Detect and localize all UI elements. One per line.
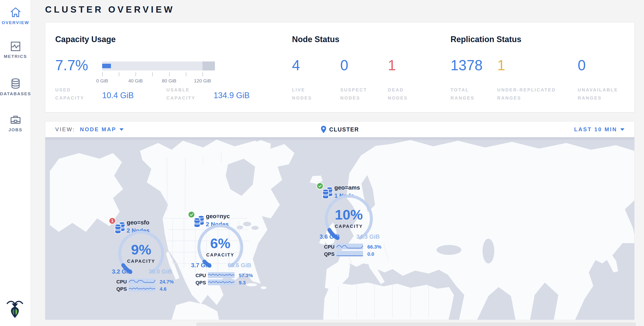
view-label: VIEW: (55, 126, 75, 133)
sidebar-item-jobs[interactable]: JOBS (0, 114, 31, 132)
stat-label: LIVENODES (292, 86, 312, 102)
axis-tick (202, 72, 203, 76)
dead-node-badge: 1 (109, 217, 116, 224)
sidebar: OVERVIEW METRICS DATABASES JOBS (0, 0, 31, 326)
cpu-value: 66.3% (367, 244, 381, 250)
axis-tick (152, 72, 153, 76)
capacity-stat-value: 134.9 GiB (214, 91, 250, 100)
chevron-down-icon (120, 128, 124, 131)
locality-capacity-percent: 10% (322, 207, 376, 223)
cpu-value: 24.7% (160, 279, 174, 285)
locality-name: geo=nyc (206, 213, 230, 220)
map-locality-nyc[interactable]: geo=nyc 2 Nodes 6% CAPACITY 3.7 GiB 65.6… (193, 187, 247, 289)
stat-value: 1 (388, 58, 396, 72)
axis-tick (136, 72, 136, 76)
axis-tick (186, 72, 186, 76)
capacity-stat-value: 10.4 GiB (102, 91, 134, 100)
cpu-label: CPU (196, 273, 206, 279)
locality-used-capacity: 3.7 GiB (191, 262, 211, 269)
time-range-dropdown[interactable]: LAST 10 MIN (574, 122, 624, 137)
qps-label: QPS (196, 280, 206, 286)
sidebar-item-databases[interactable]: DATABASES (0, 78, 31, 96)
location-pin-icon (321, 125, 326, 134)
sidebar-item-overview[interactable]: OVERVIEW (0, 7, 31, 25)
healthy-check-icon (188, 211, 195, 218)
axis-tick (169, 72, 170, 76)
sidebar-item-label: METRICS (0, 54, 31, 59)
capacity-percent: 7.7% (55, 58, 88, 72)
sparkline (208, 279, 234, 285)
qps-label: QPS (116, 286, 127, 292)
map-toolbar: VIEW: NODE MAP CLUSTER LAST 10 MIN (45, 122, 634, 137)
breadcrumb-cluster: CLUSTER (329, 126, 359, 133)
stat-value: 0 (578, 58, 586, 72)
map-locality-sfo[interactable]: 1 geo=sfo 2 Nodes 9% CAPACITY 3.2 GiB 35… (114, 194, 168, 295)
capacity-bar-overflow (202, 61, 215, 70)
capacity-bar-fill (102, 64, 111, 68)
breadcrumb: CLUSTER (321, 122, 359, 137)
axis-tick-label: 40 GiB (128, 78, 143, 84)
briefcase-icon (0, 114, 31, 125)
cluster-summary-card: Capacity Usage 7.7% 0 GiB40 GiB80 GiB120… (45, 22, 634, 112)
qps-value: 4.6 (160, 286, 167, 292)
sparkline (336, 244, 363, 249)
map-locality-ams[interactable]: geo=ams 1 Node 10% CAPACITY 3.6 GiB 34.3… (322, 159, 376, 260)
axis-tick-label: 0 GiB (96, 78, 108, 84)
qps-label: QPS (324, 251, 334, 257)
sidebar-item-label: JOBS (0, 127, 31, 132)
stat-label: USEDCAPACITY (55, 86, 84, 102)
stat-label: UNAVAILABLERANGES (578, 86, 618, 102)
horizontal-scrollbar[interactable] (196, 323, 636, 326)
capacity-usage-title: Capacity Usage (55, 35, 116, 44)
sparkline (208, 272, 234, 278)
axis-tick-label: 80 GiB (162, 78, 176, 84)
cpu-label: CPU (324, 244, 334, 250)
locality-capacity-percent: 9% (114, 242, 168, 258)
capacity-bar (102, 61, 215, 70)
stat-value: 1 (497, 58, 505, 72)
sidebar-item-metrics[interactable]: METRICS (0, 41, 31, 59)
capacity-axis-labels: 0 GiB40 GiB80 GiB120 GiB (102, 78, 220, 84)
cockroachdb-logo (6, 300, 24, 319)
node-status-title: Node Status (292, 35, 339, 44)
locality-name: geo=ams (334, 184, 360, 191)
stat-value: 1378 (450, 58, 482, 72)
locality-total-capacity: 34.3 GiB (356, 233, 380, 240)
locality-capacity-caption: CAPACITY (193, 252, 247, 258)
sparkline (129, 279, 155, 284)
cpu-label: CPU (116, 279, 127, 285)
stat-label: TOTALRANGES (450, 86, 475, 102)
axis-tick-label: 120 GiB (194, 78, 211, 84)
stat-value: 0 (340, 58, 348, 72)
chevron-down-icon (620, 128, 624, 131)
time-range-value: LAST 10 MIN (574, 126, 617, 133)
locality-used-capacity: 3.6 GiB (320, 233, 340, 240)
axis-tick (119, 72, 119, 76)
sparkline (129, 286, 155, 292)
world-map[interactable]: 1 geo=sfo 2 Nodes 9% CAPACITY 3.2 GiB 35… (45, 137, 634, 320)
healthy-check-icon (316, 182, 324, 189)
locality-capacity-percent: 6% (193, 235, 247, 251)
stat-label: SUSPECTNODES (340, 86, 367, 102)
locality-used-capacity: 3.2 GiB (112, 268, 132, 275)
locality-total-capacity: 65.6 GiB (228, 262, 251, 269)
locality-capacity-caption: CAPACITY (322, 224, 376, 229)
locality-total-capacity: 35.0 GiB (148, 268, 172, 275)
stat-value: 4 (292, 58, 300, 72)
sparkline (336, 251, 363, 257)
sidebar-item-label: OVERVIEW (0, 20, 31, 25)
axis-tick (102, 72, 102, 76)
locality-capacity-caption: CAPACITY (114, 259, 168, 264)
view-dropdown-value: NODE MAP (80, 126, 116, 133)
qps-value: 0.0 (367, 251, 374, 257)
database-icon (0, 78, 31, 89)
metrics-icon (0, 41, 31, 52)
locality-name: geo=sfo (127, 219, 149, 226)
capacity-axis-ticks (102, 72, 215, 76)
view-dropdown[interactable]: NODE MAP (80, 126, 124, 133)
sidebar-item-label: DATABASES (0, 91, 31, 96)
stat-label: UNDER-REPLICATEDRANGES (497, 86, 556, 102)
home-icon (0, 7, 31, 18)
page-title: CLUSTER OVERVIEW (45, 4, 175, 15)
cpu-value: 57.3% (239, 273, 253, 279)
